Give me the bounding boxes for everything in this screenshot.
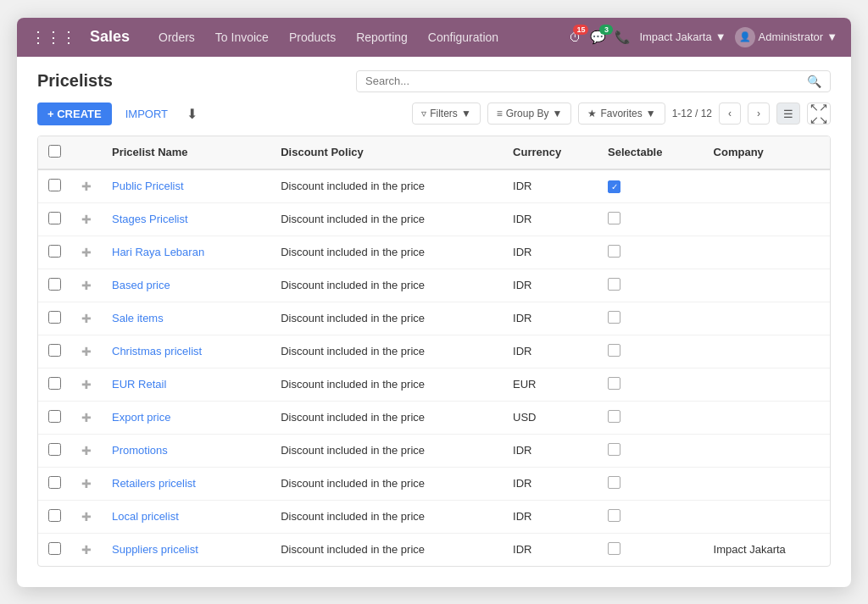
selectable-checkbox[interactable] <box>608 377 620 390</box>
drag-handle-icon[interactable]: ✚ <box>81 246 92 259</box>
row-selectable[interactable] <box>598 533 703 566</box>
row-pricelist-name[interactable]: Local pricelist <box>102 500 270 533</box>
row-selectable[interactable] <box>598 169 703 203</box>
row-drag-handle-cell[interactable]: ✚ <box>71 302 102 335</box>
row-checkbox[interactable] <box>48 377 61 390</box>
drag-handle-icon[interactable]: ✚ <box>81 213 92 226</box>
select-all-checkbox[interactable] <box>48 145 61 158</box>
grid-view-button[interactable]: ↖↗↙↘ <box>807 103 831 125</box>
nav-orders[interactable]: Orders <box>150 25 203 49</box>
row-selectable[interactable] <box>598 500 703 533</box>
row-pricelist-name[interactable]: EUR Retail <box>102 368 270 401</box>
row-checkbox-cell[interactable] <box>38 401 71 434</box>
drag-handle-icon[interactable]: ✚ <box>81 411 92 424</box>
next-page-button[interactable]: › <box>748 103 770 125</box>
favorites-button[interactable]: ★ Favorites ▼ <box>578 103 665 125</box>
drag-handle-icon[interactable]: ✚ <box>81 312 92 325</box>
row-checkbox[interactable] <box>48 278 61 291</box>
row-selectable[interactable] <box>598 202 703 236</box>
import-button[interactable]: IMPORT <box>119 103 175 125</box>
row-checkbox[interactable] <box>48 443 61 456</box>
search-bar[interactable]: 🔍 <box>356 70 831 92</box>
row-pricelist-name[interactable]: Sale items <box>102 302 270 335</box>
filters-button[interactable]: ▿ Filters ▼ <box>412 103 481 125</box>
row-checkbox[interactable] <box>48 245 61 258</box>
row-checkbox[interactable] <box>48 344 61 357</box>
row-selectable[interactable] <box>598 467 703 500</box>
nav-products[interactable]: Products <box>281 25 344 49</box>
row-pricelist-name[interactable]: Promotions <box>102 434 270 467</box>
company-selector[interactable]: Impact Jakarta ▼ <box>639 30 726 43</box>
row-pricelist-name[interactable]: Export price <box>102 401 270 434</box>
row-checkbox[interactable] <box>48 179 61 191</box>
row-pricelist-name[interactable]: Hari Raya Lebaran <box>102 236 270 269</box>
row-checkbox-cell[interactable] <box>38 202 71 236</box>
drag-handle-icon[interactable]: ✚ <box>81 345 92 358</box>
row-selectable[interactable] <box>598 269 703 302</box>
selectable-checkbox[interactable] <box>608 443 620 456</box>
row-drag-handle-cell[interactable]: ✚ <box>71 500 102 533</box>
row-checkbox[interactable] <box>48 509 61 522</box>
nav-configuration[interactable]: Configuration <box>420 25 507 49</box>
row-drag-handle-cell[interactable]: ✚ <box>71 202 102 236</box>
drag-handle-icon[interactable]: ✚ <box>81 180 92 193</box>
row-selectable[interactable] <box>598 401 703 434</box>
phone-icon[interactable]: 📞 <box>615 30 631 45</box>
prev-page-button[interactable]: ‹ <box>719 103 741 125</box>
row-drag-handle-cell[interactable]: ✚ <box>71 269 102 302</box>
drag-handle-icon[interactable]: ✚ <box>81 510 92 524</box>
selectable-checkbox[interactable] <box>608 311 620 324</box>
row-drag-handle-cell[interactable]: ✚ <box>71 467 102 500</box>
drag-handle-icon[interactable]: ✚ <box>81 378 92 391</box>
selectable-checkbox[interactable] <box>608 278 620 291</box>
header-select-all[interactable] <box>38 136 71 169</box>
row-drag-handle-cell[interactable]: ✚ <box>71 434 102 467</box>
row-drag-handle-cell[interactable]: ✚ <box>71 401 102 434</box>
row-checkbox[interactable] <box>48 410 61 423</box>
drag-handle-icon[interactable]: ✚ <box>81 543 92 557</box>
row-checkbox-cell[interactable] <box>38 169 71 203</box>
user-menu[interactable]: 👤 Administrator ▼ <box>735 27 837 47</box>
row-drag-handle-cell[interactable]: ✚ <box>71 533 102 566</box>
row-drag-handle-cell[interactable]: ✚ <box>71 236 102 269</box>
grid-icon[interactable]: ⋮⋮⋮ <box>31 28 76 47</box>
row-selectable[interactable] <box>598 302 703 335</box>
row-pricelist-name[interactable]: Public Pricelist <box>102 169 270 203</box>
create-button[interactable]: + CREATE <box>37 103 112 125</box>
row-pricelist-name[interactable]: Based price <box>102 269 270 302</box>
row-checkbox[interactable] <box>48 542 61 555</box>
nav-reporting[interactable]: Reporting <box>348 25 416 49</box>
row-checkbox-cell[interactable] <box>38 467 71 500</box>
row-checkbox-cell[interactable] <box>38 302 71 335</box>
row-selectable[interactable] <box>598 434 703 467</box>
selectable-checkbox[interactable] <box>608 542 620 555</box>
row-selectable[interactable] <box>598 335 703 368</box>
selectable-checkbox[interactable] <box>608 212 620 224</box>
row-checkbox-cell[interactable] <box>38 500 71 533</box>
drag-handle-icon[interactable]: ✚ <box>81 444 92 457</box>
drag-handle-icon[interactable]: ✚ <box>81 279 92 292</box>
groupby-button[interactable]: ≡ Group By ▼ <box>487 103 572 125</box>
nav-to-invoice[interactable]: To Invoice <box>207 25 277 49</box>
chat-badge-button[interactable]: 💬 3 <box>590 30 606 45</box>
row-checkbox[interactable] <box>48 311 61 324</box>
selectable-checkbox[interactable] <box>608 180 620 193</box>
row-pricelist-name[interactable]: Retailers pricelist <box>102 467 270 500</box>
clock-badge-button[interactable]: ⏱ 15 <box>569 30 581 44</box>
row-checkbox-cell[interactable] <box>38 236 71 269</box>
selectable-checkbox[interactable] <box>608 245 620 258</box>
row-checkbox-cell[interactable] <box>38 269 71 302</box>
selectable-checkbox[interactable] <box>608 476 620 489</box>
row-checkbox-cell[interactable] <box>38 533 71 566</box>
row-drag-handle-cell[interactable]: ✚ <box>71 169 102 203</box>
row-selectable[interactable] <box>598 236 703 269</box>
row-pricelist-name[interactable]: Suppliers pricelist <box>102 533 270 566</box>
row-pricelist-name[interactable]: Stages Pricelist <box>102 202 270 236</box>
row-checkbox-cell[interactable] <box>38 368 71 401</box>
drag-handle-icon[interactable]: ✚ <box>81 477 92 490</box>
selectable-checkbox[interactable] <box>608 344 620 357</box>
row-checkbox-cell[interactable] <box>38 335 71 368</box>
row-selectable[interactable] <box>598 368 703 401</box>
row-drag-handle-cell[interactable]: ✚ <box>71 368 102 401</box>
row-checkbox[interactable] <box>48 476 61 489</box>
